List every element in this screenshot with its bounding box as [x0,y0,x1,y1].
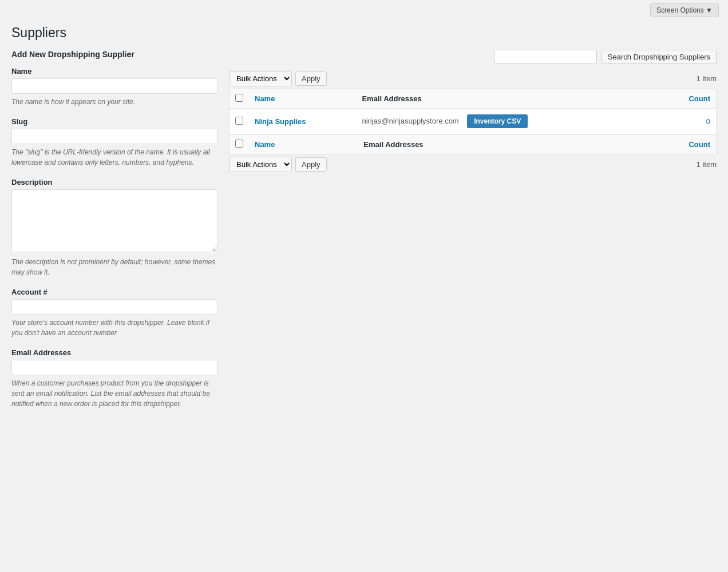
email-label: Email Addresses [11,348,217,357]
row-checkbox-cell [230,109,250,134]
account-label: Account # [11,288,217,296]
add-new-form-panel: Add New Dropshipping Supplier Name The n… [11,50,229,419]
supplier-link[interactable]: Ninja Supplies [255,117,306,126]
name-input[interactable] [11,78,217,94]
bottom-bulk-left: Bulk Actions Apply [229,157,327,172]
inventory-csv-button[interactable]: Inventory CSV [467,114,528,128]
bottom-bulk-actions-select[interactable]: Bulk Actions [229,157,292,172]
page-title: Suppliers [0,21,728,50]
screen-options-button[interactable]: Screen Options ▼ [650,3,719,17]
inventory-csv-label: Inventory CSV [474,117,521,125]
top-item-count: 1 item [697,74,717,83]
email-field-group: Email Addresses When a customer purchase… [11,348,217,409]
bottom-col-check-header [230,135,250,154]
bottom-col-count-header: Count [602,135,716,154]
description-hint: The description is not prominent by defa… [11,257,217,277]
bottom-item-count: 1 item [697,160,717,169]
row-checkbox[interactable] [235,117,243,125]
search-button[interactable]: Search Dropshipping Suppliers [602,50,717,64]
bottom-col-name-header: Name [249,135,358,154]
form-section-title: Add New Dropshipping Supplier [11,50,217,59]
row-email: ninjas@ninjasupplystore.com [362,117,458,125]
slug-field-group: Slug The "slug" is the URL-friendly vers… [11,117,217,168]
col-count-header: Count [659,89,716,109]
name-hint: The name is how it appears on your site. [11,97,217,107]
col-email-header: Email Addresses [356,89,659,109]
email-input[interactable] [11,360,217,375]
description-input[interactable] [11,189,217,252]
account-input[interactable] [11,299,217,315]
name-label: Name [11,67,217,76]
description-label: Description [11,178,217,186]
screen-options-chevron: ▼ [706,6,713,14]
bottom-col-email-header: Email Addresses [358,135,602,154]
top-bulk-left: Bulk Actions Apply [229,71,327,86]
count-link[interactable]: 0 [706,117,710,126]
slug-hint: The "slug" is the URL-friendly version o… [11,147,217,168]
account-hint: Your store's account number with this dr… [11,317,217,338]
select-all-checkbox-top[interactable] [235,94,243,102]
slug-label: Slug [11,117,217,126]
select-all-checkbox-bottom[interactable] [235,140,243,148]
account-field-group: Account # Your store's account number wi… [11,288,217,338]
bottom-apply-label: Apply [302,160,321,169]
row-email-cell: ninjas@ninjasupplystore.com Inventory CS… [356,109,659,134]
search-input[interactable] [494,50,597,64]
top-bulk-action-bar: Bulk Actions Apply 1 item [229,71,717,86]
top-apply-button[interactable]: Apply [295,72,327,86]
suppliers-table-bottom-header: Name Email Addresses Count [229,134,717,154]
top-bulk-actions-select[interactable]: Bulk Actions [229,71,292,86]
bottom-header-row: Name Email Addresses Count [230,135,717,154]
bottom-table-area: Name Email Addresses Count Bulk A [229,134,717,172]
screen-options-label: Screen Options [656,6,704,14]
bottom-bulk-action-bar: Bulk Actions Apply 1 item [229,157,717,172]
table-row: Ninja Supplies ninjas@ninjasupplystore.c… [230,109,717,134]
slug-input[interactable] [11,129,217,144]
table-header-row: Name Email Addresses Count [230,89,717,109]
name-field-group: Name The name is how it appears on your … [11,67,217,107]
col-name-header: Name [249,89,356,109]
suppliers-table-panel: Search Dropshipping Suppliers Bulk Actio… [229,50,717,419]
search-bar: Search Dropshipping Suppliers [229,50,717,64]
search-button-label: Search Dropshipping Suppliers [608,53,710,61]
top-apply-label: Apply [302,74,321,83]
row-count-cell: 0 [659,109,716,134]
col-check-header [230,89,250,109]
row-name-cell: Ninja Supplies [249,109,356,134]
description-field-group: Description The description is not promi… [11,178,217,277]
suppliers-table: Name Email Addresses Count Ninj [229,89,717,134]
bottom-apply-button[interactable]: Apply [295,157,327,172]
email-hint: When a customer purchases product from y… [11,378,217,409]
